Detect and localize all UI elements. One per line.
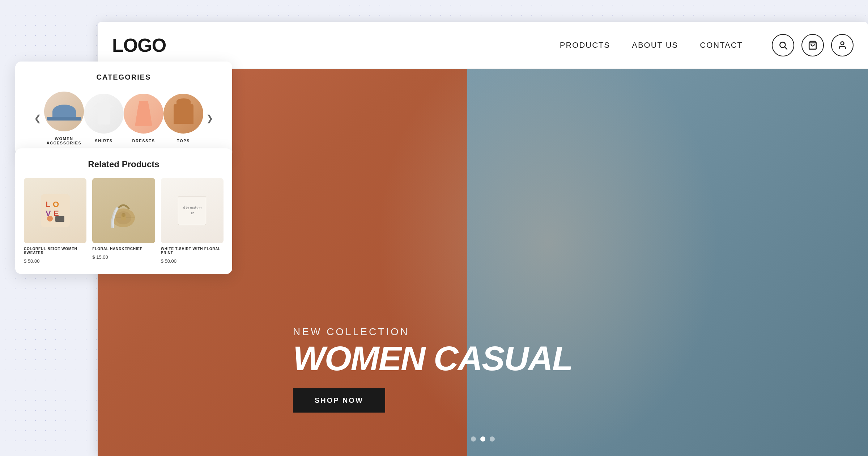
- svg-point-3: [841, 42, 844, 45]
- search-button[interactable]: [772, 34, 794, 56]
- category-tops-image: [163, 94, 203, 134]
- products-grid: L O V E COLORFUL BEIGE WOMEN SWEATER $ 5…: [24, 178, 224, 264]
- category-dresses-label: DRESSES: [132, 139, 155, 143]
- svg-rect-15: [122, 214, 125, 216]
- prev-arrow-button[interactable]: ❮: [31, 110, 44, 126]
- nav-link-contact[interactable]: CONTACT: [700, 41, 743, 50]
- category-accessories[interactable]: WOMEN ACCESSORIES: [44, 92, 84, 145]
- product-tshirt-image: À la maison✿: [161, 178, 224, 243]
- hero-content: NEW COLLECTION WOMEN CASUAL SHOP NOW: [293, 326, 573, 413]
- product-tshirt[interactable]: À la maison✿ WHITE T-SHIRT WITH FLORAL P…: [161, 178, 224, 264]
- categories-card: CATEGORIES ❮ WOMEN ACCESSORIES SHIRTS DR…: [15, 62, 232, 155]
- bag-art: [110, 195, 137, 226]
- svg-text:L: L: [46, 200, 50, 209]
- category-dresses[interactable]: DRESSES: [124, 94, 163, 143]
- nav-links: PRODUCTS ABOUT US CONTACT: [560, 41, 743, 50]
- svg-text:O: O: [53, 200, 59, 209]
- nav-link-about[interactable]: ABOUT US: [632, 41, 678, 50]
- shop-now-button[interactable]: SHOP NOW: [293, 388, 385, 413]
- hero-dots: [471, 436, 495, 442]
- category-accessories-label: WOMEN ACCESSORIES: [44, 136, 84, 145]
- svg-rect-10: [55, 216, 64, 222]
- category-shirts-label: SHIRTS: [95, 139, 112, 143]
- hat-icon: [52, 105, 76, 118]
- shirt-icon: [94, 103, 114, 124]
- product-bag-price: $ 15.00: [92, 254, 155, 260]
- sweater-art: L O V E: [41, 194, 70, 227]
- product-sweater-name: COLORFUL BEIGE WOMEN SWEATER: [24, 247, 86, 255]
- tshirt-art: À la maison✿: [178, 196, 206, 225]
- related-products-title: Related Products: [24, 159, 224, 169]
- related-products-card: Related Products L O V E COLORFUL BEIGE …: [15, 148, 232, 274]
- categories-title: CATEGORIES: [24, 73, 224, 81]
- hero-subtitle: NEW COLLECTION: [293, 326, 573, 338]
- category-shirts-image: [84, 94, 124, 134]
- category-dresses-image: [124, 94, 163, 134]
- product-bag-name: FLORAL HANDKERCHIEF: [92, 247, 155, 251]
- category-tops-label: TOPS: [177, 139, 190, 143]
- next-arrow-button[interactable]: ❯: [203, 110, 216, 126]
- hero-title: WOMEN CASUAL: [293, 341, 573, 376]
- product-bag[interactable]: FLORAL HANDKERCHIEF $ 15.00: [92, 178, 155, 264]
- product-sweater[interactable]: L O V E COLORFUL BEIGE WOMEN SWEATER $ 5…: [24, 178, 86, 264]
- top-icon: [174, 104, 193, 124]
- nav-link-products[interactable]: PRODUCTS: [560, 41, 610, 50]
- category-accessories-image: [44, 92, 84, 131]
- product-sweater-price: $ 50.00: [24, 258, 86, 264]
- product-tshirt-price: $ 50.00: [161, 258, 224, 264]
- hero-dot-2[interactable]: [480, 436, 485, 442]
- hero-dot-1[interactable]: [471, 436, 476, 442]
- product-tshirt-name: WHITE T-SHIRT WITH FLORAL PRINT: [161, 247, 224, 255]
- svg-line-1: [785, 47, 787, 49]
- dress-icon: [135, 101, 152, 126]
- svg-point-9: [47, 216, 53, 221]
- user-button[interactable]: [831, 34, 854, 56]
- category-tops[interactable]: TOPS: [163, 94, 203, 143]
- hero-dot-3[interactable]: [490, 436, 495, 442]
- product-sweater-image: L O V E: [24, 178, 86, 243]
- nav-icons: [772, 34, 854, 56]
- site-logo[interactable]: LOGO: [112, 34, 166, 56]
- categories-row: ❮ WOMEN ACCESSORIES SHIRTS DRESSES TOPS: [24, 92, 224, 145]
- cart-button[interactable]: [801, 34, 824, 56]
- product-bag-image: [92, 178, 155, 243]
- category-shirts[interactable]: SHIRTS: [84, 94, 124, 143]
